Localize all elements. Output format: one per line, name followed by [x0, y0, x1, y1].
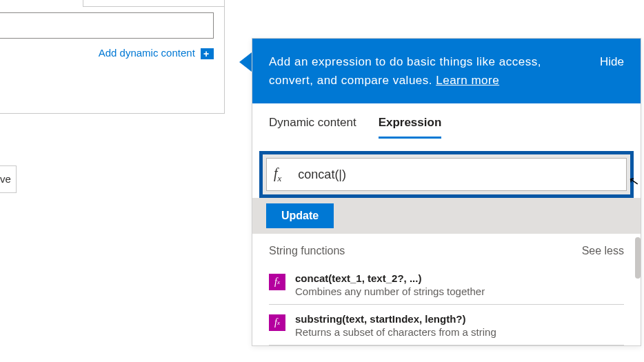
formula-input[interactable]: fx concat(|) [266, 158, 627, 191]
header-line-2: convert, and compare values. [269, 74, 432, 87]
tab-expression[interactable]: Expression [379, 116, 442, 139]
section-header-string-functions: String functions See less [252, 234, 641, 264]
add-dynamic-content-link[interactable]: Add dynamic content + [0, 43, 214, 59]
expression-popup-header: Add an expression to do basic things lik… [252, 39, 641, 103]
function-signature: concat(text_1, text_2?, ...) [295, 272, 485, 284]
value-input[interactable] [0, 12, 214, 39]
function-description: Combines any number of strings together [295, 285, 485, 297]
section-title: String functions [269, 245, 345, 257]
save-button-label-fragment: ve [0, 173, 11, 185]
callout-pointer-icon [239, 52, 252, 72]
update-button[interactable]: Update [266, 203, 334, 228]
function-text: substring(text, startIndex, length?) Ret… [295, 313, 496, 338]
accent-bar [212, 48, 214, 59]
function-description: Returns a subset of characters from a st… [295, 326, 496, 338]
see-less-link[interactable]: See less [582, 245, 624, 257]
tab-dynamic-content[interactable]: Dynamic content [269, 116, 356, 139]
plus-icon: + [201, 48, 212, 59]
tabs: Dynamic content Expression [252, 103, 641, 139]
function-signature: substring(text, startIndex, length?) [295, 313, 496, 325]
learn-more-link[interactable]: Learn more [436, 74, 499, 87]
function-text: concat(text_1, text_2?, ...) Combines an… [295, 272, 485, 297]
save-button-fragment[interactable]: ve [0, 165, 17, 193]
header-line-1: Add an expression to do basic things lik… [269, 55, 541, 68]
function-list: fx concat(text_1, text_2?, ...) Combines… [252, 264, 641, 345]
fx-icon: fx [269, 314, 285, 331]
expression-header-description: Add an expression to do basic things lik… [269, 52, 572, 90]
formula-container: fx concat(|) [259, 151, 634, 198]
left-card: Add dynamic content + [0, 0, 225, 114]
fx-icon: fx [274, 165, 281, 184]
hide-button[interactable]: Hide [600, 52, 624, 71]
fx-icon: fx [269, 274, 285, 290]
left-card-inner-border [83, 0, 225, 7]
function-item-substring[interactable]: fx substring(text, startIndex, length?) … [269, 305, 624, 345]
add-dynamic-content-label: Add dynamic content [99, 47, 195, 59]
expression-popup: Add an expression to do basic things lik… [252, 38, 641, 346]
update-bar: Update [252, 198, 641, 234]
function-item-concat[interactable]: fx concat(text_1, text_2?, ...) Combines… [269, 264, 624, 305]
scrollbar[interactable] [635, 237, 641, 279]
formula-text: concat(|) [298, 168, 346, 182]
